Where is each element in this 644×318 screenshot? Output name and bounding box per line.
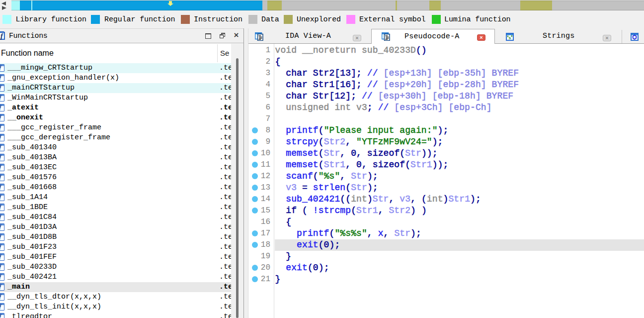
svg-text:s: s [509, 34, 511, 40]
